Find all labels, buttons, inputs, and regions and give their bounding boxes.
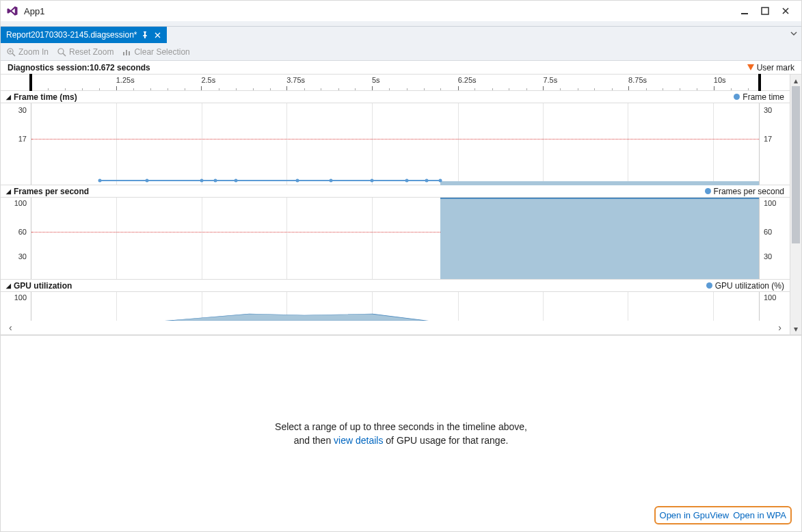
legend-dot-icon xyxy=(705,188,711,194)
session-header: Diagnostics session: 10.672 seconds User… xyxy=(1,61,801,75)
y-label: 60 xyxy=(764,228,772,236)
legend-label: Frames per second xyxy=(714,187,784,196)
session-duration: 10.672 seconds xyxy=(90,63,150,72)
menu-strip xyxy=(1,21,801,27)
y-label: 30 xyxy=(764,252,772,261)
open-in-wpa-link[interactable]: Open in WPA xyxy=(733,510,786,520)
clear-selection-button[interactable]: Clear Selection xyxy=(122,47,189,57)
y-label: 30 xyxy=(18,106,27,114)
lane-legend: Frame time xyxy=(734,92,784,102)
user-mark-icon xyxy=(747,64,754,71)
zoom-in-button[interactable]: Zoom In xyxy=(6,47,49,57)
scroll-left-icon[interactable]: ‹ xyxy=(9,322,12,333)
details-pane: Select a range of up to three seconds in… xyxy=(1,334,801,531)
document-tabbar: Report20170303-2145.diagsession* xyxy=(1,27,801,43)
timeline-ruler[interactable]: 1.25s 2.5s 3.75s 5s 6.25s 7.5s 8.75s 10s xyxy=(1,75,790,91)
horizontal-scroll[interactable]: ‹ › xyxy=(1,321,790,334)
hint-line-2a: and then xyxy=(294,435,334,446)
lane-header-frame-time[interactable]: ◢ Frame time (ms) Frame time xyxy=(1,91,790,103)
vs-logo-icon xyxy=(6,5,18,17)
lane-title: Frame time (ms) xyxy=(14,92,77,102)
pin-icon[interactable] xyxy=(141,31,149,39)
toolbar: Zoom In Reset Zoom Clear Selection xyxy=(1,43,801,61)
svg-point-3 xyxy=(58,49,64,54)
y-label: 100 xyxy=(14,293,27,302)
lane-header-fps[interactable]: ◢ Frames per second Frames per second xyxy=(1,185,790,198)
maximize-button[interactable] xyxy=(755,3,775,18)
hint-line-2b: of GPU usage for that range. xyxy=(383,435,508,446)
data-area xyxy=(440,198,759,279)
zoom-in-icon xyxy=(6,47,16,57)
y-label: 100 xyxy=(764,293,776,302)
scrollbar-thumb[interactable] xyxy=(792,86,800,243)
window-title: App1 xyxy=(24,6,44,16)
data-line xyxy=(440,181,759,185)
y-label: 100 xyxy=(14,199,27,207)
user-mark-label: User mark xyxy=(757,63,794,72)
legend-dot-icon xyxy=(734,94,740,100)
minimize-button[interactable] xyxy=(734,3,755,18)
lane-title: GPU utilization xyxy=(14,281,72,291)
lane-legend: GPU utilization (%) xyxy=(706,281,784,291)
y-label: 100 xyxy=(764,199,776,207)
ruler-ticks xyxy=(31,83,760,90)
close-button[interactable] xyxy=(775,3,796,18)
legend-dot-icon xyxy=(706,282,712,289)
session-label-prefix: Diagnostics session: xyxy=(8,63,90,72)
close-tab-icon[interactable] xyxy=(153,31,161,39)
svg-rect-1 xyxy=(762,8,768,14)
legend-label: GPU utilization (%) xyxy=(715,281,784,291)
disclose-icon[interactable]: ◢ xyxy=(6,94,11,101)
zoom-in-label: Zoom In xyxy=(18,47,49,57)
scroll-down-icon[interactable]: ▾ xyxy=(790,323,801,334)
scroll-right-icon[interactable]: › xyxy=(778,322,781,333)
legend-label: Frame time xyxy=(743,92,784,102)
y-label: 17 xyxy=(764,135,772,143)
svg-rect-4 xyxy=(123,52,124,55)
reset-zoom-label: Reset Zoom xyxy=(69,47,113,57)
clear-selection-icon xyxy=(122,47,131,57)
data-line xyxy=(100,180,440,181)
y-label: 17 xyxy=(18,135,27,143)
reset-zoom-icon xyxy=(57,47,66,57)
y-label: 30 xyxy=(764,106,772,114)
svg-marker-7 xyxy=(168,314,427,321)
y-label: 60 xyxy=(18,228,27,236)
y-label: 30 xyxy=(18,252,27,261)
lane-legend: Frames per second xyxy=(705,187,784,196)
titlebar: App1 xyxy=(1,1,801,21)
hint-line-1: Select a range of up to three seconds in… xyxy=(275,421,527,432)
disclose-icon[interactable]: ◢ xyxy=(6,282,11,289)
threshold-line xyxy=(31,139,759,139)
reset-zoom-button[interactable]: Reset Zoom xyxy=(57,47,113,57)
gpu-area xyxy=(31,292,759,321)
disclose-icon[interactable]: ◢ xyxy=(6,188,11,195)
clear-selection-label: Clear Selection xyxy=(134,47,189,57)
vertical-scrollbar[interactable]: ▴ ▾ xyxy=(790,75,801,334)
svg-rect-0 xyxy=(741,13,748,14)
gpu-plot[interactable]: 100 100 xyxy=(1,292,790,321)
tab-overflow-icon[interactable] xyxy=(790,29,797,39)
lane-title: Frames per second xyxy=(14,187,89,196)
svg-rect-6 xyxy=(129,51,130,55)
svg-rect-5 xyxy=(126,50,127,55)
document-tab[interactable]: Report20170303-2145.diagsession* xyxy=(1,27,167,43)
lane-header-gpu[interactable]: ◢ GPU utilization GPU utilization (%) xyxy=(1,280,790,292)
user-mark-legend: User mark xyxy=(747,63,794,72)
view-details-link[interactable]: view details xyxy=(334,435,383,446)
open-in-gpuview-link[interactable]: Open in GpuView xyxy=(660,510,730,520)
external-open-links: Open in GpuView Open in WPA xyxy=(654,506,792,524)
fps-plot[interactable]: 100 60 30 100 60 30 xyxy=(1,198,790,280)
document-tab-label: Report20170303-2145.diagsession* xyxy=(6,30,137,40)
frame-time-plot[interactable]: 30 17 30 17 xyxy=(1,103,790,185)
scroll-up-icon[interactable]: ▴ xyxy=(790,75,801,86)
